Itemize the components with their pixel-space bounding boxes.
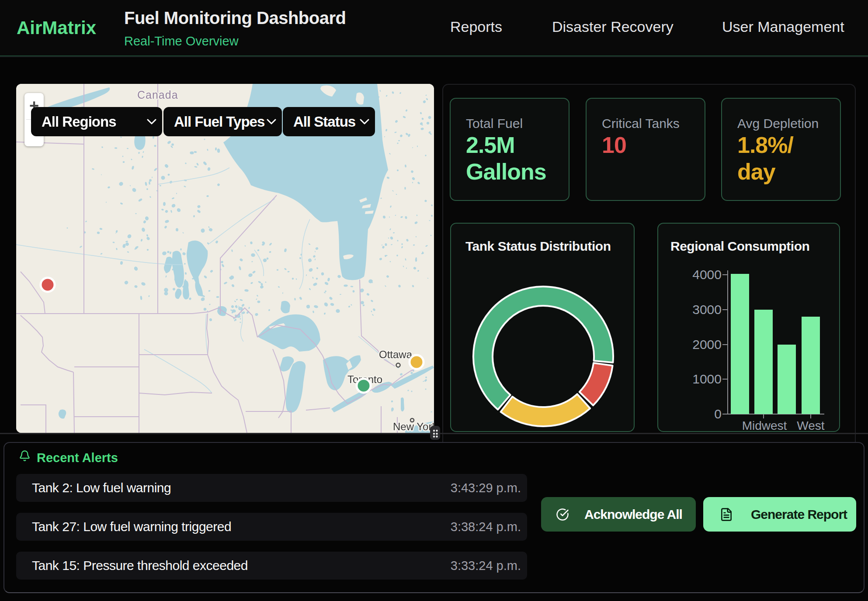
svg-text:Canada: Canada: [137, 89, 178, 101]
svg-text:Ottawa: Ottawa: [379, 349, 413, 360]
svg-text:West: West: [797, 419, 824, 431]
svg-text:1000: 1000: [692, 372, 722, 386]
svg-text:2000: 2000: [692, 337, 722, 352]
svg-text:3000: 3000: [692, 302, 722, 317]
svg-text:New York: New York: [393, 421, 434, 432]
svg-text:0: 0: [714, 407, 722, 421]
svg-text:4000: 4000: [692, 267, 722, 282]
svg-text:Midwest: Midwest: [742, 419, 787, 431]
